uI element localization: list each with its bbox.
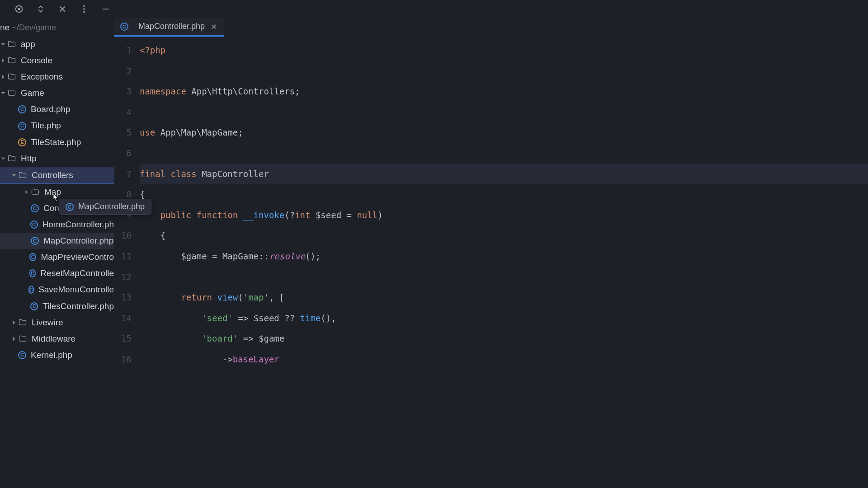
tree-item-controllers[interactable]: Controllers <box>0 167 114 184</box>
svg-marker-9 <box>2 58 5 62</box>
tree-item-label: TileState.php <box>31 134 81 150</box>
svg-marker-8 <box>1 43 5 46</box>
line-number: 7 <box>121 164 132 185</box>
line-number: 15 <box>121 328 132 349</box>
tree-item-livewire[interactable]: Livewire <box>0 314 114 331</box>
chevron-icon[interactable] <box>0 41 6 47</box>
svg-point-1 <box>18 8 20 10</box>
kebab-menu-icon[interactable] <box>79 4 90 14</box>
code-line[interactable]: 'seed' => $seed ?? time(), <box>140 308 868 329</box>
folder-icon <box>18 334 32 343</box>
expand-collapse-icon[interactable] <box>35 4 46 14</box>
project-name: ne <box>0 23 9 32</box>
code-line[interactable]: namespace App\Http\Controllers; <box>140 81 868 102</box>
tree-item-label: ResetMapControlle <box>40 265 114 282</box>
tree-item-board-php[interactable]: CBoard.php <box>0 101 114 117</box>
php-class-icon: C <box>31 237 39 245</box>
php-class-icon: C <box>29 253 36 261</box>
folder-icon <box>18 318 32 327</box>
chevron-icon[interactable] <box>0 74 6 80</box>
tree-item-game[interactable]: Game <box>0 85 114 101</box>
line-number: 2 <box>121 61 132 82</box>
php-class-icon: C <box>66 203 74 211</box>
tree-item-label: HomeController.ph <box>42 216 114 233</box>
project-header[interactable]: ne ~/Dev/game <box>0 18 114 36</box>
tree-item-label: Console <box>21 52 52 69</box>
tree-item-exceptions[interactable]: Exceptions <box>0 69 114 85</box>
svg-marker-13 <box>12 174 16 176</box>
line-number: 12 <box>121 267 132 288</box>
code-line[interactable]: final class MapController <box>140 164 868 185</box>
tree-item-label: Exceptions <box>21 69 63 85</box>
folder-icon <box>18 171 32 180</box>
tree-item-resetmapcontrolle[interactable]: CResetMapControlle <box>0 265 114 282</box>
svg-marker-19 <box>53 194 58 201</box>
editor-tab[interactable]: C MapController.php <box>114 18 224 37</box>
svg-marker-10 <box>2 75 5 79</box>
line-number: 6 <box>121 143 132 164</box>
minimize-icon[interactable] <box>100 4 111 14</box>
project-sidebar[interactable]: ne ~/Dev/game appConsoleExceptionsGameCB… <box>0 18 114 488</box>
svg-marker-15 <box>13 320 15 324</box>
close-tab-icon[interactable] <box>210 23 217 30</box>
code-line[interactable]: use App\Map\MapGame; <box>140 122 868 143</box>
code-line[interactable]: ->baseLayer <box>140 349 868 370</box>
svg-marker-14 <box>26 190 28 194</box>
tree-item-tilestate-php[interactable]: ETileState.php <box>0 134 114 150</box>
code-line[interactable]: $game = MapGame::resolve(); <box>140 246 868 267</box>
tree-item-app[interactable]: app <box>0 36 114 52</box>
chevron-icon[interactable] <box>0 57 6 64</box>
mouse-cursor <box>53 193 59 202</box>
chevron-icon[interactable] <box>0 155 6 162</box>
line-number: 14 <box>121 308 132 329</box>
tree-item-tile-php[interactable]: CTile.php <box>0 117 114 134</box>
target-icon[interactable] <box>14 4 24 14</box>
chevron-icon[interactable] <box>11 319 17 326</box>
code-line[interactable] <box>140 61 868 82</box>
code-line[interactable]: { <box>140 225 868 246</box>
folder-icon <box>31 188 44 197</box>
code-editor[interactable]: 12345678910111213141516 <?phpnamespace A… <box>114 37 868 488</box>
tree-item-label: Controllers <box>32 167 73 183</box>
line-number: 4 <box>121 102 132 123</box>
code-line[interactable]: return view('map', [ <box>140 287 868 308</box>
code-line[interactable]: <?php <box>140 40 868 61</box>
chevron-icon[interactable] <box>11 336 17 342</box>
tab-filename: MapController.php <box>138 22 205 31</box>
code-line[interactable]: { <box>140 184 868 205</box>
tree-item-tilescontroller-php[interactable]: CTilesController.php <box>0 298 114 314</box>
chevron-icon[interactable] <box>24 189 30 195</box>
tree-item-label: Tile.php <box>31 117 61 134</box>
line-number: 16 <box>121 349 132 370</box>
close-icon[interactable] <box>57 4 68 14</box>
php-class-icon: C <box>18 105 26 113</box>
file-tooltip: C MapController.php <box>59 199 151 215</box>
chevron-icon[interactable] <box>11 172 17 178</box>
line-number: 13 <box>121 287 132 308</box>
tree-item-mappreviewcontro[interactable]: CMapPreviewContro <box>0 249 114 265</box>
tree-item-console[interactable]: Console <box>0 52 114 69</box>
svg-point-4 <box>83 5 85 7</box>
php-class-icon: C <box>18 351 26 359</box>
php-class-icon: C <box>18 122 26 130</box>
chevron-icon[interactable] <box>0 90 6 96</box>
code-line[interactable] <box>140 102 868 123</box>
tree-item-homecontroller-ph[interactable]: CHomeController.ph <box>0 216 114 233</box>
tree-item-http[interactable]: Http <box>0 150 114 167</box>
tree-item-kernel-php[interactable]: CKernel.php <box>0 347 114 363</box>
php-class-icon: C <box>30 221 38 229</box>
svg-point-5 <box>83 8 85 10</box>
code-line[interactable]: public function __invoke(?int $seed = nu… <box>140 205 868 226</box>
tree-item-middleware[interactable]: Middleware <box>0 331 114 347</box>
folder-icon <box>7 72 21 81</box>
php-class-icon: C <box>28 286 34 294</box>
code-line[interactable] <box>140 267 868 288</box>
tree-item-savemenucontrolle[interactable]: CSaveMenuControlle <box>0 282 114 298</box>
tree-item-label: Game <box>21 85 44 101</box>
code-line[interactable]: 'board' => $game <box>140 328 868 349</box>
project-path: ~/Dev/game <box>12 23 56 32</box>
tree-item-mapcontroller-php[interactable]: CMapController.php <box>0 233 114 249</box>
tree-item-label: Board.php <box>31 101 71 117</box>
code-line[interactable] <box>140 143 868 164</box>
tree-item-label: SaveMenuControlle <box>38 282 114 298</box>
